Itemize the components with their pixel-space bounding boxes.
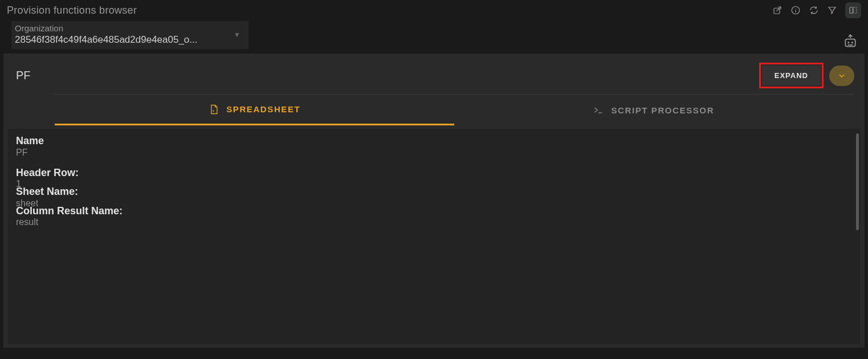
field-name: Name PF [16, 134, 853, 158]
svg-point-7 [847, 42, 849, 43]
tab-script-processor[interactable]: SCRIPT PROCESSOR [454, 95, 854, 125]
name-value: PF [16, 147, 853, 158]
filter-icon[interactable] [827, 5, 837, 15]
svg-text:x: x [213, 109, 215, 112]
dropdown-caret-icon: ▼ [234, 31, 241, 39]
tab-script-label: SCRIPT PROCESSOR [611, 105, 714, 115]
terminal-icon [593, 104, 604, 116]
svg-point-8 [851, 42, 853, 43]
layout-icon[interactable] [845, 2, 861, 18]
spreadsheet-icon: x [208, 104, 219, 115]
header-row-label: Header Row: [16, 166, 853, 180]
panel-title: PF [16, 69, 31, 82]
details-pane: Name PF Header Row: 1 Sheet Name: sheet … [8, 129, 860, 344]
refresh-icon[interactable] [809, 5, 819, 15]
top-toolbar [772, 2, 861, 18]
collapse-toggle[interactable] [829, 66, 854, 86]
panel-header: PF EXPAND [3, 54, 865, 94]
organization-select[interactable]: Organization 28546f38f4c49f4a6e485ad2d9e… [11, 21, 248, 49]
page-title: Provision functions browser [7, 5, 137, 17]
organization-label: Organization [15, 23, 197, 33]
field-column-result: Column Result Name: result [16, 205, 853, 229]
chevron-down-icon [837, 71, 846, 80]
column-result-value: result [16, 217, 853, 228]
top-bar: Provision functions browser [0, 0, 868, 17]
share-icon[interactable] [772, 5, 783, 15]
expand-highlight: EXPAND [759, 63, 824, 88]
expand-button[interactable]: EXPAND [762, 66, 821, 85]
sheet-name-label: Sheet Name: [16, 185, 853, 198]
info-icon[interactable] [790, 5, 801, 15]
tab-spreadsheet[interactable]: x SPREADSHEET [55, 95, 454, 125]
org-row: Organization 28546f38f4c49f4a6e485ad2d9e… [0, 17, 868, 49]
tab-spreadsheet-label: SPREADSHEET [226, 104, 300, 114]
function-panel: PF EXPAND x SPREADSHEET SCRIPT PROCESSOR [3, 54, 865, 348]
name-label: Name [16, 134, 853, 148]
tab-bar: x SPREADSHEET SCRIPT PROCESSOR [55, 95, 853, 125]
svg-rect-5 [854, 7, 857, 14]
organization-text: Organization 28546f38f4c49f4a6e485ad2d9e… [15, 23, 197, 46]
panel-actions: EXPAND [759, 63, 854, 88]
svg-point-3 [795, 8, 796, 9]
svg-rect-4 [850, 7, 853, 14]
column-result-label: Column Result Name: [16, 205, 853, 218]
organization-value: 28546f38f4c49f4a6e485ad2d9e4ea05_o... [15, 34, 197, 46]
bot-upload-icon[interactable] [843, 34, 858, 49]
